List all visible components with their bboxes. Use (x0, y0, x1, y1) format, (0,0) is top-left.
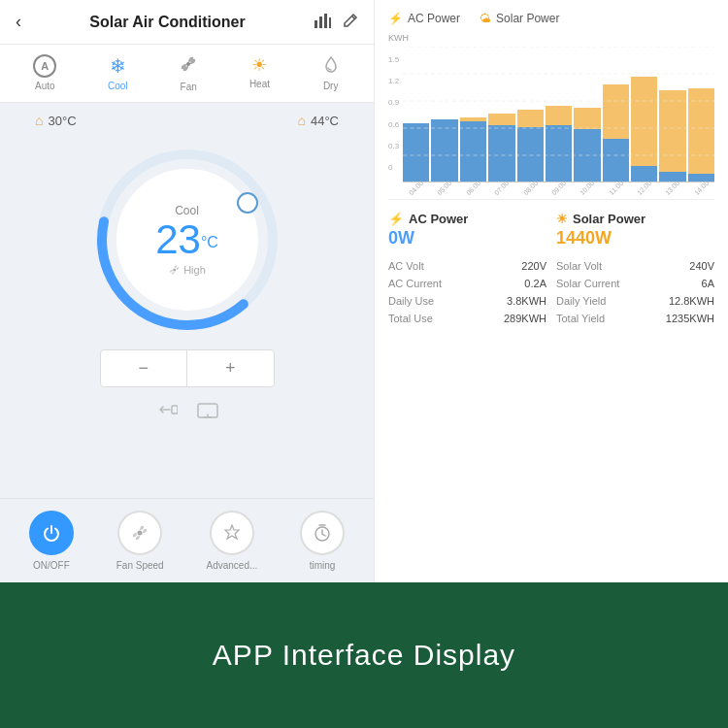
bar-group (431, 47, 457, 182)
ac-power-value: 0W (388, 228, 546, 248)
ac-stats-col: AC Volt220VAC Current0.2ADaily Use3.8KWH… (388, 260, 546, 330)
bar-solar (517, 110, 544, 127)
bottom-controls: ON/OFF Fan Speed Advanced... (0, 498, 374, 582)
bar-group (631, 47, 657, 182)
stat-val: 0.2A (524, 278, 546, 289)
fanspeed-button[interactable] (117, 511, 162, 555)
dial-mode-text: Cool (155, 204, 218, 217)
mode-heat[interactable]: ☀ Heat (249, 54, 270, 92)
extra-mode-icons (156, 401, 218, 423)
svg-point-12 (138, 531, 143, 536)
bolt-icon: ⚡ (388, 12, 403, 25)
ctrl-advanced[interactable]: Advanced... (206, 511, 257, 571)
chart-icon[interactable] (314, 13, 331, 32)
stat-row: Daily Yield12.8KWH (556, 295, 714, 307)
y-axis-label: KWH (388, 33, 714, 43)
bar-ac (431, 119, 457, 182)
timing-button[interactable] (300, 511, 345, 555)
solar-power-label: ☀ Solar Power (556, 212, 714, 226)
ctrl-timing[interactable]: timing (300, 511, 345, 571)
header: ‹ Solar Air Conditioner (0, 0, 374, 45)
edit-icon[interactable] (343, 13, 358, 32)
header-title: Solar Air Conditioner (89, 14, 245, 31)
stat-row: AC Volt220V (388, 260, 546, 272)
svg-point-4 (186, 62, 190, 66)
dial-unit: °C (201, 234, 218, 250)
chart-area: KWH 0 0.3 0.6 0.9 1.2 1.5 (388, 33, 714, 191)
stat-row: Solar Current6A (556, 278, 714, 289)
stats-grid: AC Volt220VAC Current0.2ADaily Use3.8KWH… (388, 260, 714, 330)
fanspeed-label: Fan Speed (116, 560, 164, 571)
mode-auto[interactable]: A Auto (33, 54, 56, 92)
bar-group (517, 47, 544, 182)
banner-text: APP Interface Display (213, 639, 515, 672)
ac-bolt-icon: ⚡ (388, 212, 404, 226)
outdoor-temp-value: 44°C (311, 114, 339, 128)
indoor-temp-value: 30°C (48, 114, 76, 128)
onoff-label: ON/OFF (33, 560, 70, 571)
legend-ac-label: AC Power (408, 12, 460, 25)
advanced-button[interactable] (210, 511, 254, 555)
power-button[interactable] (29, 511, 74, 555)
solar-sun-icon: ☀ (556, 212, 568, 226)
bar-group (403, 47, 429, 182)
decrease-temp-button[interactable]: − (101, 350, 188, 386)
legend-solar: 🌤 Solar Power (480, 12, 559, 25)
mode-cool[interactable]: ❄ Cool (108, 54, 128, 92)
stat-key: AC Current (388, 278, 442, 289)
app-section: ‹ Solar Air Conditioner (0, 0, 728, 582)
bar-group (603, 47, 629, 182)
dial-center: Cool 23°C High (155, 204, 218, 276)
bar-group (659, 47, 685, 182)
temp-readings: ⌂ 30°C ⌂ 44°C (16, 113, 358, 128)
stat-key: AC Volt (388, 260, 424, 272)
mode-fan[interactable]: Fan (179, 54, 198, 92)
stats-section: ⚡ AC Power 0W ☀ Solar Power 1440W (375, 200, 728, 582)
stat-val: 220V (521, 260, 546, 272)
stat-val: 1235KWH (666, 313, 714, 324)
bar-group (488, 47, 514, 182)
bar-ac (517, 127, 544, 182)
dial-temperature: 23°C (155, 219, 218, 260)
mode-dry[interactable]: Dry (321, 54, 341, 92)
legend-solar-label: Solar Power (496, 12, 559, 25)
chart-section: ⚡ AC Power 🌤 Solar Power KWH 0 0.3 (375, 0, 728, 199)
svg-rect-0 (314, 20, 317, 28)
solar-stats-col: Solar Volt240VSolar Current6ADaily Yield… (556, 260, 714, 330)
ctrl-fanspeed[interactable]: Fan Speed (116, 511, 164, 571)
ctrl-onoff[interactable]: ON/OFF (29, 511, 74, 571)
stat-val: 3.8KWH (507, 295, 546, 307)
stat-row: Daily Use3.8KWH (388, 295, 546, 307)
bar-group (688, 47, 714, 182)
header-icons (314, 13, 358, 32)
bar-solar (603, 84, 629, 139)
dial-fan-speed: High (155, 264, 218, 276)
bar-solar (546, 106, 572, 125)
y-axis: 0 0.3 0.6 0.9 1.2 1.5 (388, 55, 399, 191)
bar-group (546, 47, 572, 182)
bar-solar (574, 108, 600, 129)
bar-solar (688, 88, 714, 174)
left-panel: ‹ Solar Air Conditioner (0, 0, 374, 582)
bar-solar (631, 77, 657, 166)
bar-group (460, 47, 486, 182)
mode-bar: A Auto ❄ Cool (0, 45, 374, 103)
indoor-temp: ⌂ 30°C (35, 113, 77, 128)
sun-icon: 🌤 (480, 12, 491, 25)
back-button[interactable]: ‹ (16, 12, 21, 32)
screen-icon[interactable] (197, 401, 218, 423)
sleep-icon[interactable] (156, 401, 178, 423)
ac-power-label: ⚡ AC Power (388, 212, 546, 226)
stat-val: 289KWH (504, 313, 546, 324)
bar-ac (603, 139, 629, 182)
solar-power-stat: ☀ Solar Power 1440W (556, 212, 714, 248)
bar-ac (460, 121, 486, 182)
solar-power-value: 1440W (556, 228, 714, 248)
temp-controls: − + (100, 349, 275, 387)
chart-legend: ⚡ AC Power 🌤 Solar Power (388, 12, 714, 25)
increase-temp-button[interactable]: + (187, 350, 274, 386)
stat-row: Solar Volt240V (556, 260, 714, 272)
svg-rect-2 (324, 14, 327, 28)
svg-point-9 (173, 269, 176, 272)
home-icon: ⌂ (35, 113, 43, 128)
